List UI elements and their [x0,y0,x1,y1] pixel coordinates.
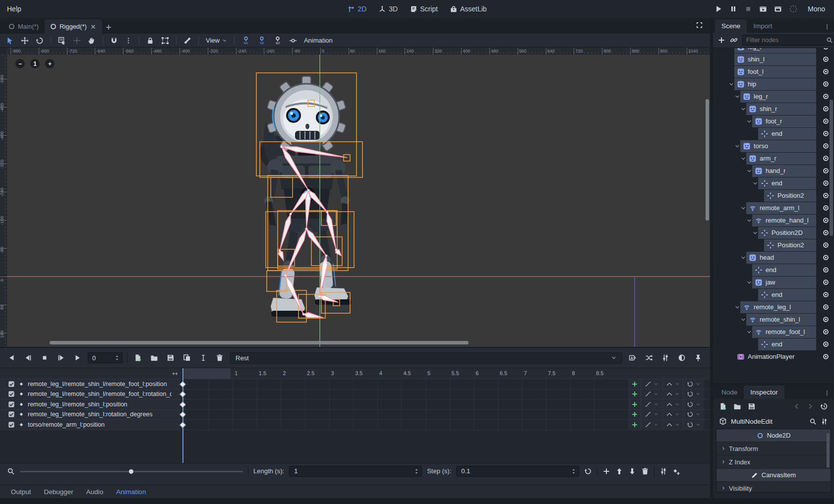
track-enabled-checkbox[interactable] [8,421,15,428]
add-key-button[interactable] [629,410,641,420]
insert-scale-key-button[interactable]: scl [273,36,282,45]
rotate-tool-button[interactable] [36,37,44,45]
visibility-toggle[interactable] [817,254,834,261]
wrap-mode-dropdown[interactable] [663,410,684,420]
animation-track[interactable]: remote_leg_l/remote_shin_l/remote_foot_l… [0,390,710,400]
tree-node-hip[interactable]: hip [713,78,834,90]
expand-arrow-icon[interactable] [740,317,746,323]
tree-node-end[interactable]: end [713,338,834,350]
wrap-mode-dropdown[interactable] [663,379,684,389]
workspace-2d[interactable]: 2D [343,3,370,15]
tree-node-AnimationPlayer[interactable]: AnimationPlayer [713,350,834,363]
add-key-button[interactable] [629,420,641,430]
history-forward-button[interactable] [807,403,814,410]
onion-skinning-button[interactable] [676,352,688,363]
expand-arrow-icon[interactable] [746,168,752,174]
canvas-viewport[interactable]: -880-800-720-640-560-480-400-320-240-160… [0,48,710,347]
animation-track[interactable]: remote_leg_l/remote_shin_l:rotation_degr… [0,410,710,420]
bottom-tab-animation[interactable]: Animation [116,488,146,496]
move-track-down-button[interactable] [628,467,636,475]
duplicate-animation-button[interactable] [181,352,193,363]
property-scrollbar[interactable] [827,433,830,468]
animation-track[interactable]: torso/remote_arm_l:position [0,420,710,430]
animation-track[interactable]: remote_leg_l/remote_shin_l/remote_foot_l… [0,379,710,390]
canvas-vertical-scrollbar[interactable] [706,99,709,221]
lock-object-button[interactable] [146,37,154,45]
move-track-up-button[interactable] [615,467,623,475]
expand-arrow-icon[interactable] [746,118,752,124]
inspector-dock-tab-node[interactable]: Node [715,386,744,399]
workspace-script[interactable]: Script [406,3,442,15]
expand-arrow-icon[interactable] [734,304,740,310]
insert-key-button[interactable] [289,37,297,45]
history-back-button[interactable] [793,403,800,410]
play-button[interactable] [715,5,722,13]
play-backwards-from-end-button[interactable] [22,352,34,363]
loop-animation-button[interactable] [584,467,592,475]
visibility-toggle[interactable] [817,328,834,336]
play-custom-scene-button[interactable] [774,5,782,13]
track-enabled-checkbox[interactable] [8,401,15,408]
tree-node-leg_r[interactable]: leg_r [713,90,834,103]
expand-arrow-icon[interactable] [746,280,752,285]
load-resource-button[interactable] [733,402,741,410]
visibility-toggle[interactable] [817,80,834,88]
wrap-mode-dropdown[interactable] [663,420,684,430]
property-list[interactable]: Node2DTransformZ IndexCanvasItemVisibili… [716,429,831,493]
group-object-button[interactable] [161,37,169,45]
tree-node-shin_r[interactable]: shin_r [713,103,834,115]
tree-node-end[interactable]: end [713,177,834,189]
interpolation-mode-dropdown[interactable] [641,379,663,389]
bottom-tab-audio[interactable]: Audio [86,488,104,496]
expand-arrow-icon[interactable] [740,156,746,162]
snap-options-menu[interactable] [125,37,132,44]
scene-tree-scrollbar[interactable] [830,100,833,236]
animation-track[interactable]: remote_leg_l/remote_shin_l:position [0,399,710,410]
save-animation-button[interactable] [165,352,177,363]
expand-arrow-icon[interactable] [740,255,746,261]
interpolation-mode-dropdown[interactable] [641,399,663,409]
load-animation-button[interactable] [148,352,160,363]
loop-wrap-dropdown[interactable] [683,390,704,399]
track-editor[interactable]: 00.511.522.533.544.555.566.577.588.5 rem… [0,368,710,463]
scene-tree[interactable]: leg_lshin_lfoot_lhipleg_rshin_rfoot_rend… [713,48,834,384]
loop-wrap-dropdown[interactable] [683,410,704,420]
visibility-toggle[interactable] [817,241,834,249]
skeleton-options-button[interactable] [183,37,191,45]
timeline-zoom-slider[interactable] [20,466,243,477]
expand-arrow-icon[interactable] [740,106,746,112]
tree-node-arm_r[interactable]: arm_r [713,152,834,165]
interpolation-mode-dropdown[interactable] [641,390,663,399]
bottom-tab-debugger[interactable]: Debugger [44,488,73,496]
visibility-toggle[interactable] [817,56,834,63]
edit-transitions-button[interactable] [643,352,655,363]
list-select-tool-button[interactable] [58,37,66,45]
visibility-toggle[interactable] [817,291,834,298]
canvas-horizontal-scrollbar[interactable] [50,341,469,344]
current-time-spinbox[interactable] [88,352,122,363]
track-enabled-checkbox[interactable] [8,391,15,397]
tree-node-leg_l[interactable]: leg_l [713,48,834,53]
spinner-arrows-icon[interactable] [571,468,577,474]
menu-help[interactable]: Help [0,5,28,13]
visibility-toggle[interactable] [817,340,834,348]
spinner-arrows-icon[interactable] [114,355,120,361]
bottom-tab-output[interactable]: Output [11,488,31,496]
new-scene-tab-button[interactable] [105,24,112,31]
tree-node-Position2[interactable]: Position2 [713,239,834,251]
zoom-in-button[interactable]: + [45,59,55,68]
wrap-mode-dropdown[interactable] [663,399,684,409]
search-properties-button[interactable] [809,418,817,425]
step-input[interactable] [457,467,571,475]
tree-node-hand_r[interactable]: hand_r [713,165,834,177]
interpolation-mode-dropdown[interactable] [641,420,663,430]
tree-node-foot_l[interactable]: foot_l [713,65,834,78]
visibility-toggle[interactable] [817,279,834,286]
add-key-button[interactable] [629,379,641,389]
move-tool-button[interactable] [21,37,29,45]
expand-arrow-icon[interactable] [752,230,758,236]
stop-button[interactable] [744,5,752,13]
tree-node-jaw[interactable]: jaw [713,276,834,288]
new-resource-button[interactable] [719,402,727,410]
scene-tab-main[interactable]: Main(*) [3,19,45,34]
